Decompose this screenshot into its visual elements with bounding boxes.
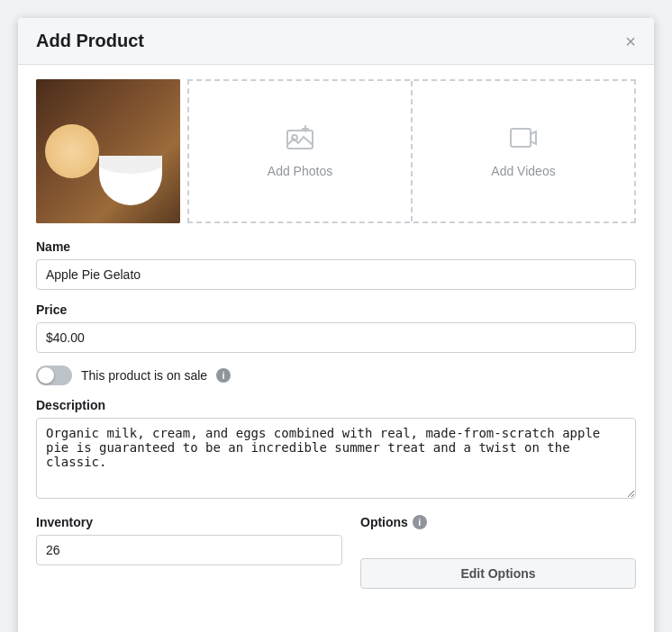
product-image: [36, 79, 180, 223]
price-label: Price: [36, 302, 636, 317]
product-image-inner: [36, 79, 180, 223]
modal-header: Add Product ×: [18, 18, 654, 65]
edit-options-button[interactable]: Edit Options: [360, 558, 636, 589]
food-bowl: [99, 156, 162, 205]
name-input[interactable]: [36, 259, 636, 290]
price-input[interactable]: [36, 322, 636, 353]
description-input[interactable]: Organic milk, cream, and eggs combined w…: [36, 418, 636, 499]
sale-toggle-row: This product is on sale i: [36, 366, 636, 385]
media-section: Add Photos Add Videos: [36, 79, 636, 223]
description-field-group: Description Organic milk, cream, and egg…: [36, 398, 636, 502]
toggle-slider: [36, 366, 72, 385]
upload-zone: Add Photos Add Videos: [187, 79, 636, 223]
sale-info-icon[interactable]: i: [216, 368, 231, 383]
food-bowl-top: [99, 156, 162, 174]
add-videos-label: Add Videos: [491, 164, 555, 178]
close-button[interactable]: ×: [625, 32, 636, 50]
add-photos-label: Add Photos: [268, 164, 332, 178]
options-col: Options i Edit Options: [360, 515, 636, 589]
description-label: Description: [36, 398, 636, 412]
sale-toggle[interactable]: [36, 366, 72, 385]
modal-title: Add Product: [36, 31, 144, 51]
modal-body: Add Photos Add Videos Name: [18, 65, 654, 607]
inventory-label: Inventory: [36, 515, 342, 529]
name-label: Name: [36, 239, 636, 254]
inventory-input[interactable]: [36, 535, 342, 565]
sale-toggle-label: This product is on sale: [81, 368, 207, 383]
food-decoration: [45, 124, 99, 178]
svg-rect-4: [511, 129, 531, 147]
add-photos-option[interactable]: Add Photos: [189, 81, 413, 221]
add-videos-icon: [509, 125, 538, 157]
inventory-col: Inventory: [36, 515, 342, 565]
svg-rect-0: [287, 131, 313, 149]
add-photos-icon: [286, 125, 314, 157]
bottom-row: Inventory Options i Edit Options: [36, 515, 636, 589]
add-product-modal: Add Product ×: [18, 18, 654, 632]
add-videos-option[interactable]: Add Videos: [413, 81, 634, 221]
options-info-icon[interactable]: i: [413, 515, 427, 529]
name-field-group: Name: [36, 239, 636, 290]
options-label: Options i: [360, 515, 636, 529]
price-field-group: Price: [36, 302, 636, 353]
